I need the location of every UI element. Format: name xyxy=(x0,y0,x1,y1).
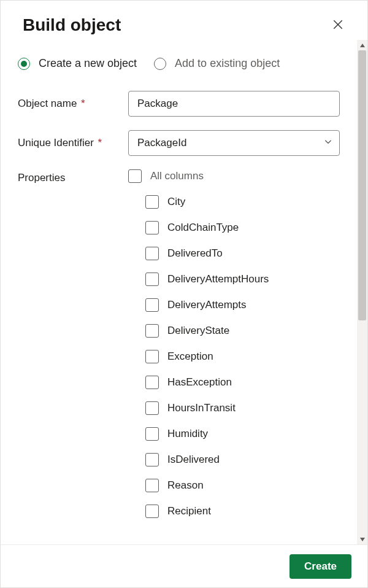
property-checkbox[interactable] xyxy=(145,221,159,234)
property-item: IsDelivered xyxy=(128,453,340,466)
property-label: ColdChainType xyxy=(167,222,239,234)
mode-create-option[interactable]: Create a new object xyxy=(18,57,137,70)
properties-row: Properties All columns CityColdChainType… xyxy=(18,169,340,530)
property-label: Humidity xyxy=(167,428,208,440)
required-mark: * xyxy=(78,98,85,109)
create-button[interactable]: Create xyxy=(289,554,351,579)
property-label: Recipient xyxy=(167,505,211,517)
property-label: Exception xyxy=(167,350,213,363)
property-checkbox[interactable] xyxy=(145,427,159,441)
property-item: City xyxy=(128,195,340,209)
property-label: DeliveredTo xyxy=(167,247,223,260)
close-button[interactable] xyxy=(328,15,348,35)
vertical-scrollbar[interactable] xyxy=(357,40,367,544)
property-item: DeliveredTo xyxy=(128,247,340,260)
object-name-label: Object name * xyxy=(18,98,128,110)
close-icon xyxy=(332,19,343,32)
property-checkbox[interactable] xyxy=(145,298,159,312)
panel-header: Build object xyxy=(1,1,367,40)
property-checkbox[interactable] xyxy=(145,453,159,466)
panel-footer: Create xyxy=(1,544,367,587)
panel-body-wrap: Create a new object Add to existing obje… xyxy=(1,40,367,544)
property-label: HasException xyxy=(167,376,232,389)
object-name-row: Object name * xyxy=(18,91,340,117)
property-item: Recipient xyxy=(128,505,340,518)
radio-icon xyxy=(18,58,30,70)
property-label: DeliveryAttempts xyxy=(167,299,246,311)
svg-marker-3 xyxy=(360,538,365,541)
property-label: IsDelivered xyxy=(167,454,220,466)
all-columns-item: All columns xyxy=(128,169,340,183)
property-label: DeliveryAttemptHours xyxy=(167,273,269,285)
scroll-track[interactable] xyxy=(357,50,367,534)
property-checkbox[interactable] xyxy=(145,247,159,260)
property-item: Exception xyxy=(128,350,340,363)
mode-add-option[interactable]: Add to existing object xyxy=(154,57,280,70)
unique-id-select-wrap: PackageId xyxy=(128,130,340,156)
property-label: DeliveryState xyxy=(167,325,229,337)
svg-marker-2 xyxy=(360,44,365,47)
build-object-panel: Build object Create a new object Add to … xyxy=(0,0,368,588)
property-item: Reason xyxy=(128,479,340,492)
mode-add-label: Add to existing object xyxy=(175,57,280,70)
panel-title: Build object xyxy=(23,15,121,35)
property-checkbox[interactable] xyxy=(145,273,159,286)
panel-body: Create a new object Add to existing obje… xyxy=(1,40,357,544)
property-item: HasException xyxy=(128,376,340,389)
property-item: HoursInTransit xyxy=(128,401,340,415)
mode-create-label: Create a new object xyxy=(39,57,137,70)
property-item: DeliveryAttemptHours xyxy=(128,273,340,286)
scroll-thumb[interactable] xyxy=(358,50,366,320)
property-item: Humidity xyxy=(128,427,340,441)
property-checkbox[interactable] xyxy=(145,505,159,518)
property-checkbox[interactable] xyxy=(145,195,159,209)
property-checkbox[interactable] xyxy=(145,376,159,389)
unique-id-label: Unique Identifier * xyxy=(18,137,128,149)
unique-id-select[interactable]: PackageId xyxy=(128,130,340,156)
property-label: City xyxy=(167,196,185,208)
property-checkbox[interactable] xyxy=(145,401,159,415)
unique-id-row: Unique Identifier * PackageId xyxy=(18,130,340,156)
all-columns-label: All columns xyxy=(150,170,204,182)
property-label: HoursInTransit xyxy=(167,402,236,414)
properties-label: Properties xyxy=(18,169,128,184)
property-label: Reason xyxy=(167,479,204,492)
object-name-input[interactable] xyxy=(128,91,340,117)
required-mark: * xyxy=(95,137,102,149)
property-checkbox[interactable] xyxy=(145,479,159,492)
mode-radio-group: Create a new object Add to existing obje… xyxy=(18,57,340,70)
property-checkbox[interactable] xyxy=(145,350,159,363)
properties-list: All columns CityColdChainTypeDeliveredTo… xyxy=(128,169,340,530)
radio-icon xyxy=(154,58,166,70)
property-checkbox[interactable] xyxy=(145,324,159,338)
scroll-down-arrow[interactable] xyxy=(357,534,367,544)
all-columns-checkbox[interactable] xyxy=(128,169,142,183)
property-item: ColdChainType xyxy=(128,221,340,234)
property-item: DeliveryState xyxy=(128,324,340,338)
scroll-up-arrow[interactable] xyxy=(357,40,367,50)
property-item: DeliveryAttempts xyxy=(128,298,340,312)
unique-id-value: PackageId xyxy=(137,137,186,149)
